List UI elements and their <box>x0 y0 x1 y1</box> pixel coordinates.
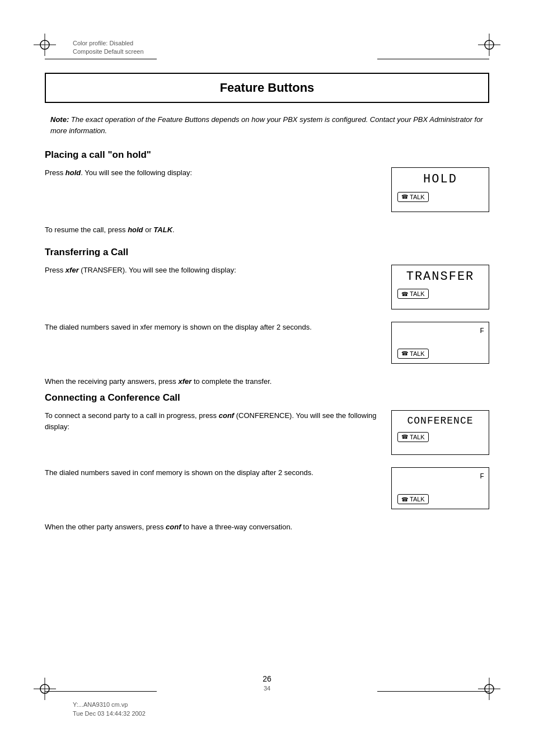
conference-talk-button1: ☎ TALK <box>397 432 429 442</box>
section-conference-display1: CONFERENCE ☎ TALK <box>391 410 489 458</box>
section-conference-header: Connecting a Conference Call <box>45 392 489 403</box>
hold-talk-button: ☎ TALK <box>397 192 429 202</box>
section-conference-row3: When the other party answers, press conf… <box>45 522 489 533</box>
resume-hold-keyword: hold <box>128 226 143 234</box>
footer-line2: Tue Dec 03 14:44:32 2002 <box>73 710 146 718</box>
hold-display-box: HOLD ☎ TALK <box>391 167 489 212</box>
conference-paragraph2: The dialed numbers saved in conf memory … <box>45 467 380 478</box>
corner-mark-tl <box>34 34 56 56</box>
color-profile-text: Color profile: Disabled <box>73 39 144 48</box>
conf-keyword2: conf <box>166 523 181 531</box>
section-hold-row: Press hold. You will see the following d… <box>45 167 489 215</box>
transfer-talk-label2: TALK <box>410 350 425 357</box>
page-sub-number: 34 <box>0 685 534 692</box>
hold-talk-label: TALK <box>410 194 425 200</box>
note-content: The exact operation of the Feature Butto… <box>50 115 483 135</box>
conf-keyword1: conf <box>219 411 234 420</box>
conference-display-box1: CONFERENCE ☎ TALK <box>391 410 489 455</box>
section-transfer-row1: Press xfer (TRANSFER). You will see the … <box>45 265 489 313</box>
transfer-display-box1: TRANSFER ☎ TALK <box>391 265 489 309</box>
meta-info-top: Color profile: Disabled Composite Defaul… <box>73 39 144 57</box>
page-title-section: Feature Buttons <box>45 73 489 103</box>
section-transfer-row2: The dialed numbers saved in xfer memory … <box>45 322 489 367</box>
corner-mark-tr <box>478 34 500 56</box>
footer-meta: Y:...ANA9310 cm.vp Tue Dec 03 14:44:32 2… <box>73 701 146 718</box>
rule-top-left <box>45 59 157 59</box>
section-conference-text2: The dialed numbers saved in conf memory … <box>45 467 380 478</box>
resume-talk-keyword: TALK <box>153 226 172 234</box>
page-title: Feature Buttons <box>220 81 315 95</box>
transfer-display-box2: F ☎ TALK <box>391 322 489 364</box>
page: Color profile: Disabled Composite Defaul… <box>0 0 534 756</box>
note-text: Note: The exact operation of the Feature… <box>50 114 489 136</box>
section-transfer-text2: The dialed numbers saved in xfer memory … <box>45 322 380 333</box>
section-hold: Placing a call "on hold" Press hold. You… <box>45 149 489 236</box>
conference-display-box2: F ☎ TALK <box>391 467 489 509</box>
conference-talk-label2: TALK <box>410 496 425 503</box>
note-label: Note: <box>50 115 69 124</box>
transfer-paragraph1: Press xfer (TRANSFER). You will see the … <box>45 265 380 276</box>
section-conference-row2: The dialed numbers saved in conf memory … <box>45 467 489 513</box>
conference-f-corner: F <box>480 472 484 481</box>
section-conference-text1: To connect a second party to a call in p… <box>45 410 380 432</box>
section-transfer-display1: TRANSFER ☎ TALK <box>391 265 489 313</box>
transfer-talk-button2: ☎ TALK <box>397 349 429 359</box>
section-transfer-header: Transferring a Call <box>45 247 489 258</box>
transfer-talk-icon1: ☎ <box>401 291 408 297</box>
footer-line1: Y:...ANA9310 cm.vp <box>73 701 146 709</box>
section-conference-text3: When the other party answers, press conf… <box>45 522 380 533</box>
conference-talk-button2: ☎ TALK <box>397 494 429 504</box>
section-conference-row1: To connect a second party to a call in p… <box>45 410 489 458</box>
section-transfer-text3: When the receiving party answers, press … <box>45 376 380 387</box>
transfer-paragraph2: The dialed numbers saved in xfer memory … <box>45 322 380 333</box>
hold-paragraph: Press hold. You will see the following d… <box>45 167 380 179</box>
conference-paragraph3: When the other party answers, press conf… <box>45 522 380 533</box>
hold-keyword: hold <box>65 168 81 177</box>
section-transfer-display2: F ☎ TALK <box>391 322 489 367</box>
section-conference: Connecting a Conference Call To connect … <box>45 392 489 533</box>
transfer-talk-label1: TALK <box>410 290 425 297</box>
xfer-keyword1: xfer <box>65 266 79 274</box>
section-hold-display: HOLD ☎ TALK <box>391 167 489 215</box>
transfer-talk-icon2: ☎ <box>401 350 408 356</box>
note-block: Note: The exact operation of the Feature… <box>45 114 489 136</box>
main-content: Feature Buttons Note: The exact operatio… <box>45 73 489 542</box>
xfer-keyword2: xfer <box>178 377 191 386</box>
transfer-talk-button1: ☎ TALK <box>397 289 429 299</box>
composite-text: Composite Default screen <box>73 48 144 56</box>
page-number: 26 <box>0 674 534 683</box>
conference-talk-icon2: ☎ <box>401 496 408 503</box>
conference-display-text1: CONFERENCE <box>397 415 483 426</box>
conference-paragraph1: To connect a second party to a call in p… <box>45 410 380 432</box>
section-transfer: Transferring a Call Press xfer (TRANSFER… <box>45 247 489 387</box>
transfer-paragraph3: When the receiving party answers, press … <box>45 376 380 387</box>
resume-text: To resume the call, press hold or TALK. <box>45 224 489 236</box>
hold-display-text: HOLD <box>397 172 483 186</box>
section-transfer-row3: When the receiving party answers, press … <box>45 376 489 387</box>
rule-top-right <box>377 59 489 59</box>
conference-talk-label1: TALK <box>410 434 425 440</box>
section-conference-display2: F ☎ TALK <box>391 467 489 513</box>
transfer-display-text1: TRANSFER <box>397 270 483 284</box>
section-transfer-text1: Press xfer (TRANSFER). You will see the … <box>45 265 380 276</box>
talk-phone-icon: ☎ <box>401 194 408 200</box>
section-hold-text: Press hold. You will see the following d… <box>45 167 380 179</box>
transfer-f-corner: F <box>480 327 484 335</box>
section-hold-header: Placing a call "on hold" <box>45 149 489 161</box>
conference-talk-icon1: ☎ <box>401 434 408 440</box>
